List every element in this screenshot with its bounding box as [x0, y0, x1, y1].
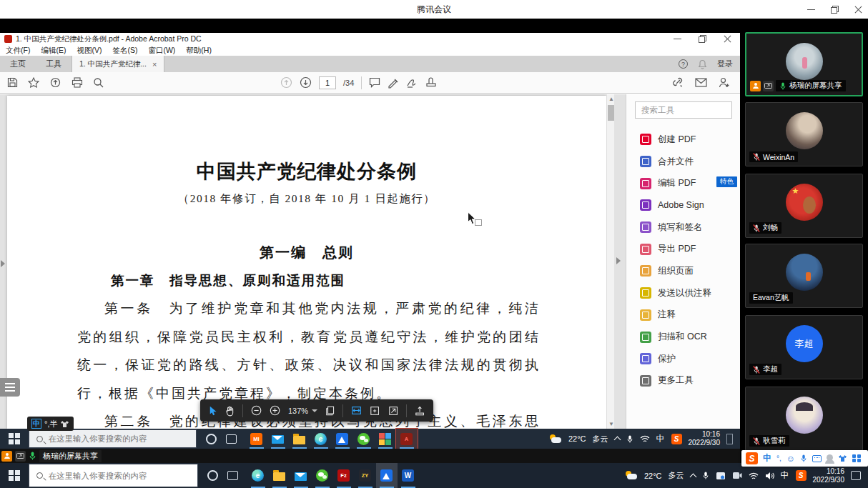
taskbar-app-acrobat-active[interactable]: A	[396, 429, 418, 449]
cortana-icon[interactable]	[206, 434, 217, 444]
ime-account-icon[interactable]	[827, 454, 833, 461]
tool-fill-sign[interactable]: 填写和签名	[626, 216, 740, 239]
tool-comment[interactable]: 注释	[626, 304, 740, 327]
acrobat-close-icon[interactable]	[724, 35, 731, 43]
next-page-icon[interactable]	[300, 76, 312, 89]
tray-camera-icon[interactable]	[732, 472, 742, 479]
tray-clock[interactable]: 10:162022/9/30	[689, 430, 721, 447]
start-button-icon[interactable]	[9, 433, 20, 444]
minimize-icon[interactable]	[807, 6, 815, 14]
sign-pen-icon[interactable]	[406, 77, 418, 88]
weather-temp[interactable]: 22°C	[644, 472, 662, 480]
weather-text[interactable]: 多云	[593, 434, 608, 444]
email-icon[interactable]	[695, 78, 707, 87]
taskbar-app-wechat[interactable]	[312, 463, 333, 488]
tray-expand-icon[interactable]	[613, 437, 621, 444]
scroll-up-icon[interactable]: ▲	[608, 96, 614, 102]
taskbar-app-edge[interactable]: e	[310, 429, 332, 449]
fit-width-icon[interactable]	[351, 405, 362, 416]
taskbar-app-wechat[interactable]	[353, 429, 375, 449]
menu-file[interactable]: 文件(F)	[6, 46, 30, 56]
cortana-icon[interactable]	[207, 470, 218, 481]
acrobat-minimize-icon[interactable]	[674, 35, 681, 43]
bell-icon[interactable]	[698, 59, 707, 69]
participant-tile[interactable]: 耿雪莉	[745, 387, 863, 451]
tool-create-pdf[interactable]: 创建 PDF	[626, 129, 740, 151]
local-taskbar-search[interactable]	[29, 464, 198, 487]
tool-send-for-comments[interactable]: 发送以供注释	[626, 282, 740, 304]
tray-clock[interactable]: 10:162022/9/30	[813, 467, 845, 484]
tray-mic-icon[interactable]	[626, 434, 633, 444]
upload-cloud-icon[interactable]	[49, 77, 61, 88]
hand-tool-icon[interactable]	[225, 405, 235, 417]
weather-text[interactable]: 多云	[669, 470, 684, 481]
tray-network-icon[interactable]	[640, 434, 650, 443]
menu-window[interactable]: 窗口(W)	[148, 46, 175, 56]
participant-tile[interactable]: WeixinAn	[745, 102, 863, 166]
menu-view[interactable]: 视图(V)	[77, 46, 102, 56]
participant-tile[interactable]: 刘畅	[745, 174, 863, 238]
menu-help[interactable]: 帮助(H)	[186, 46, 212, 56]
sign-in-button[interactable]: 登录	[717, 59, 733, 69]
show-desktop-icon[interactable]	[726, 434, 733, 444]
task-view-icon[interactable]	[226, 434, 237, 444]
page-copy-icon[interactable]	[325, 405, 335, 417]
search-icon[interactable]	[93, 77, 104, 89]
tool-adobe-sign[interactable]: Adobe Sign	[626, 194, 740, 216]
weather-icon[interactable]	[625, 471, 638, 480]
participant-tile[interactable]: 李超 李超	[745, 315, 863, 379]
close-icon[interactable]	[854, 6, 862, 14]
tray-network-icon[interactable]	[749, 472, 759, 480]
tool-organize-pages[interactable]: 组织页面	[626, 260, 740, 282]
ime-punct-indicator[interactable]: °,	[776, 454, 781, 462]
tray-contact-icon[interactable]	[716, 472, 726, 480]
taskbar-app-explorer[interactable]	[289, 429, 310, 449]
taskbar-app-docs[interactable]	[332, 429, 353, 449]
share-upload-icon[interactable]	[415, 405, 425, 417]
menu-sign[interactable]: 签名(S)	[112, 46, 137, 56]
share-link-icon[interactable]	[671, 77, 684, 88]
tools-search-input[interactable]	[635, 101, 732, 119]
task-view-icon[interactable]	[227, 471, 238, 480]
taskbar-app-mail[interactable]	[290, 463, 312, 488]
taskbar-app-word[interactable]: W	[398, 463, 419, 488]
ime-skin-icon[interactable]	[60, 420, 69, 428]
scroll-down-icon[interactable]: ▼	[608, 421, 614, 427]
taskbar-app-zy[interactable]: ZY	[355, 463, 376, 488]
action-center-icon[interactable]	[851, 471, 861, 480]
weather-icon[interactable]	[549, 434, 562, 444]
tray-ime-indicator[interactable]: 中	[656, 433, 665, 445]
tray-speaker-icon[interactable]	[765, 472, 774, 480]
ime-chinese-mode-icon[interactable]: 中	[31, 419, 41, 429]
tool-export-pdf[interactable]: 导出 PDF	[626, 238, 740, 260]
ime-toolbox-icon[interactable]	[852, 454, 861, 463]
tab-home[interactable]: 主页	[0, 56, 36, 72]
local-search-input[interactable]	[49, 472, 177, 480]
ime-chinese-mode[interactable]: 中	[763, 452, 771, 464]
tool-edit-pdf[interactable]: 编辑 PDF	[626, 172, 740, 194]
previous-page-icon[interactable]	[280, 76, 292, 89]
participant-tile-sharing[interactable]: 杨瑞的屏幕共享	[745, 32, 863, 96]
tray-mic-icon[interactable]	[702, 471, 709, 480]
comment-bubble-icon[interactable]	[369, 77, 380, 88]
ime-voice-icon[interactable]	[800, 454, 807, 463]
ime-keyboard-icon[interactable]	[812, 455, 822, 462]
ime-punct-width-indicator[interactable]: °,半	[44, 419, 57, 429]
taskbar-app-filezilla[interactable]: Fz	[333, 463, 355, 488]
ime-emoji-icon[interactable]: ☺	[786, 454, 795, 464]
taskbar-app-office[interactable]	[375, 429, 396, 449]
tray-ime-indicator[interactable]: 中	[781, 469, 789, 482]
zoom-level-dropdown[interactable]: 137%	[288, 407, 317, 415]
participant-tile[interactable]: Eavan艺帆	[745, 244, 863, 308]
restore-icon[interactable]	[831, 6, 839, 14]
shared-search-input[interactable]	[49, 434, 177, 443]
stamp-icon[interactable]	[425, 77, 437, 88]
shared-taskbar-search[interactable]	[29, 429, 197, 448]
tool-combine-files[interactable]: 合并文件	[626, 151, 740, 173]
taskbar-app-meeting-active[interactable]	[376, 463, 398, 488]
start-button-icon[interactable]	[9, 470, 20, 482]
zoom-out-icon[interactable]	[251, 404, 262, 417]
weather-temp[interactable]: 22°C	[568, 434, 586, 443]
sogou-ime-mini-bar[interactable]: 中 °,半	[27, 417, 74, 431]
page-thumbnails-toggle[interactable]	[0, 378, 20, 397]
